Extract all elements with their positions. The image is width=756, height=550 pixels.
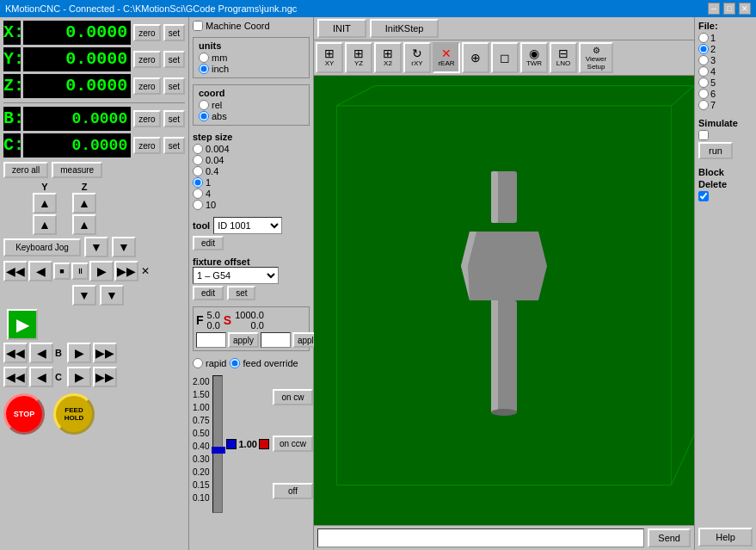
maximize-button[interactable]: □ bbox=[723, 3, 735, 15]
step-1-radio[interactable] bbox=[193, 177, 203, 188]
fixture-set-button[interactable]: set bbox=[227, 286, 255, 300]
step-004-label[interactable]: 0.004 bbox=[193, 144, 310, 154]
inch-radio-label[interactable]: inch bbox=[199, 64, 304, 74]
toolbar-twr-button[interactable]: ◉ TWR bbox=[520, 42, 548, 73]
z-plus-button[interactable]: ▲ bbox=[72, 193, 96, 213]
help-button[interactable]: Help bbox=[698, 528, 753, 547]
x-plus2-button[interactable]: ▶▶ bbox=[114, 261, 138, 281]
view-canvas[interactable] bbox=[314, 76, 694, 525]
c-plus2-button[interactable]: ▶▶ bbox=[93, 367, 117, 387]
viewer-setup-button[interactable]: ⚙ Viewer Setup bbox=[579, 42, 613, 73]
fixture-select[interactable]: 1 – G54 bbox=[193, 267, 279, 284]
fixture-edit-button[interactable]: edit bbox=[193, 286, 224, 300]
file-2-radio[interactable] bbox=[698, 44, 709, 54]
z-plus2-button[interactable]: ▲ bbox=[72, 214, 96, 235]
override-slider[interactable] bbox=[212, 375, 223, 513]
mm-radio[interactable] bbox=[199, 53, 209, 63]
b-plus2-button[interactable]: ▶▶ bbox=[93, 343, 117, 363]
init-button[interactable]: INIT bbox=[317, 19, 366, 38]
abs-radio-label[interactable]: abs bbox=[199, 111, 304, 121]
file-6-label[interactable]: 6 bbox=[698, 89, 753, 99]
z-zero-button[interactable]: zero bbox=[133, 77, 160, 95]
z-minus-button[interactable]: ▼ bbox=[72, 285, 96, 306]
rel-radio-label[interactable]: rel bbox=[199, 100, 304, 110]
y-plus2-button[interactable]: ▲ bbox=[33, 214, 57, 235]
tool-edit-button[interactable]: edit bbox=[193, 236, 224, 250]
c-set-button[interactable]: set bbox=[163, 137, 185, 154]
b-plus-button[interactable]: ▶ bbox=[67, 343, 91, 363]
y-plus-button[interactable]: ▲ bbox=[33, 193, 57, 213]
on-ccw-button[interactable]: on ccw bbox=[273, 436, 313, 452]
abs-radio[interactable] bbox=[199, 111, 209, 121]
y-minus-button[interactable]: ▼ bbox=[84, 237, 108, 257]
mm-radio-label[interactable]: mm bbox=[199, 53, 304, 63]
file-4-radio[interactable] bbox=[698, 66, 709, 77]
x-plus-button[interactable]: ▶ bbox=[89, 261, 114, 281]
y-zero-button[interactable]: zero bbox=[133, 51, 160, 68]
c-minus-button[interactable]: ◀ bbox=[29, 367, 53, 387]
f-apply-button[interactable]: apply bbox=[228, 332, 259, 348]
toolbar-rxy-button[interactable]: ↻ rXY bbox=[403, 42, 431, 73]
gcode-input[interactable]: G10L2P1X2Y3Z0 bbox=[317, 528, 644, 547]
toolbar-sq-button[interactable]: ◻ bbox=[491, 42, 519, 73]
feedhold-button[interactable]: FEED HOLD bbox=[53, 393, 95, 435]
file-5-label[interactable]: 5 bbox=[698, 77, 753, 88]
on-cw-button[interactable]: on cw bbox=[273, 389, 313, 405]
jog-pause-button[interactable]: ⏸ bbox=[71, 263, 89, 280]
measure-button[interactable]: measure bbox=[52, 162, 102, 178]
s-input[interactable]: 1 bbox=[261, 332, 291, 348]
simulate-checkbox-label[interactable] bbox=[698, 130, 753, 140]
file-7-radio[interactable] bbox=[698, 100, 709, 110]
file-3-radio[interactable] bbox=[698, 55, 709, 65]
y-set-button[interactable]: set bbox=[163, 51, 185, 68]
x-zero-button[interactable]: zero bbox=[133, 24, 160, 41]
file-1-radio[interactable] bbox=[698, 33, 709, 43]
c-plus-button[interactable]: ▶ bbox=[67, 367, 91, 387]
simulate-checkbox[interactable] bbox=[698, 130, 709, 140]
step-10-label[interactable]: 10 bbox=[193, 200, 310, 210]
jog-play-button[interactable]: ▶ bbox=[7, 309, 38, 340]
toolbar-yz-button[interactable]: ⊞ YZ bbox=[345, 42, 372, 73]
off-button[interactable]: off bbox=[273, 483, 313, 499]
step-1-label[interactable]: 1 bbox=[193, 177, 310, 188]
step-04-radio[interactable] bbox=[193, 155, 203, 165]
file-7-label[interactable]: 7 bbox=[698, 100, 753, 110]
file-4-label[interactable]: 4 bbox=[698, 66, 753, 77]
slider-thumb[interactable] bbox=[212, 447, 225, 454]
minimize-button[interactable]: ─ bbox=[708, 3, 720, 15]
feed-override-radio-label[interactable]: feed override bbox=[230, 358, 298, 368]
b-set-button[interactable]: set bbox=[163, 110, 185, 127]
machine-coord-checkbox-label[interactable]: Machine Coord bbox=[193, 21, 270, 31]
c-zero-button[interactable]: zero bbox=[133, 137, 160, 154]
file-1-label[interactable]: 1 bbox=[698, 33, 753, 43]
toolbar-xy-button[interactable]: ⊞ XY bbox=[316, 42, 343, 73]
rel-radio[interactable] bbox=[199, 100, 209, 110]
keyboard-jog-button[interactable]: Keyboard Jog bbox=[3, 238, 81, 256]
step-4-label[interactable]: 0.4 bbox=[193, 166, 310, 176]
block-delete-checkbox[interactable] bbox=[698, 191, 709, 201]
rapid-radio[interactable] bbox=[193, 358, 203, 368]
block-delete-checkbox-label[interactable] bbox=[698, 191, 753, 201]
toolbar-lno-button[interactable]: ⊟ LNO bbox=[550, 42, 577, 73]
step-4b-radio[interactable] bbox=[193, 188, 203, 199]
file-5-radio[interactable] bbox=[698, 77, 709, 88]
y-minus2-button[interactable]: ▼ bbox=[112, 237, 136, 257]
x-minus-button[interactable]: ◀ bbox=[28, 261, 52, 281]
toolbar-rear-button[interactable]: ✕ rEAR bbox=[433, 42, 460, 73]
toolbar-x2-button[interactable]: ⊞ X2 bbox=[374, 42, 402, 73]
toolbar-plus-button[interactable]: ⊕ bbox=[462, 42, 489, 73]
inch-radio[interactable] bbox=[199, 64, 209, 74]
z-minus2-button[interactable]: ▼ bbox=[100, 285, 124, 306]
x-minus2-button[interactable]: ◀◀ bbox=[3, 261, 28, 281]
close-button[interactable]: ✕ bbox=[739, 3, 751, 15]
estop-button[interactable]: STOP bbox=[3, 393, 45, 435]
step-004-radio[interactable] bbox=[193, 144, 203, 154]
rapid-radio-label[interactable]: rapid bbox=[193, 358, 226, 368]
z-set-button[interactable]: set bbox=[163, 77, 185, 95]
b-minus-button[interactable]: ◀ bbox=[29, 343, 53, 363]
file-6-radio[interactable] bbox=[698, 89, 709, 99]
zero-all-button[interactable]: zero all bbox=[3, 162, 48, 178]
machine-coord-checkbox[interactable] bbox=[193, 21, 203, 31]
tool-select[interactable]: ID 1001 bbox=[213, 217, 282, 234]
b-zero-button[interactable]: zero bbox=[133, 110, 160, 127]
